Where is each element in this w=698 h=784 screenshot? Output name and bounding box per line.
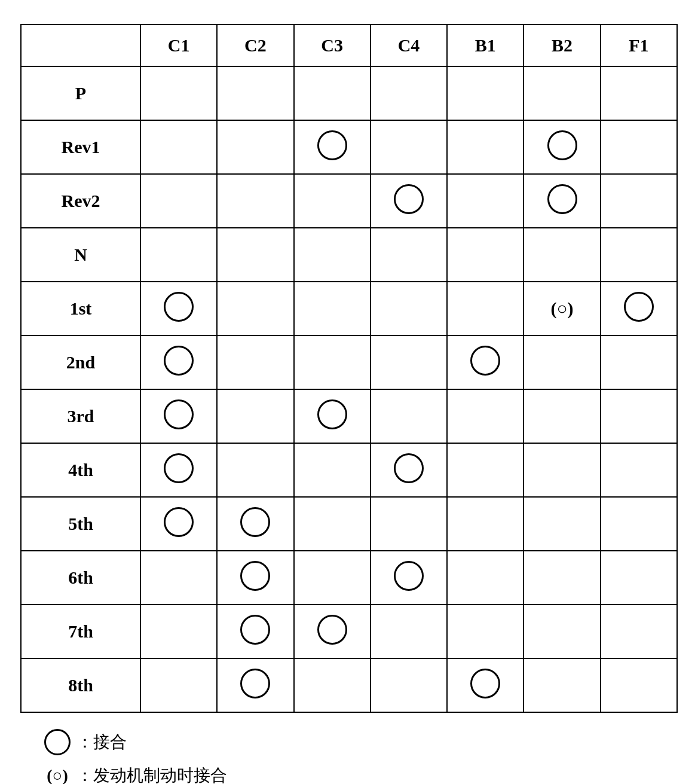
circle-icon [317,130,347,160]
cell-2nd-col5 [524,335,600,389]
cell-2nd-col0 [140,335,217,389]
cell-7th-col3 [371,605,447,658]
circle-icon [547,130,577,160]
gear-table: C1 C2 C3 C4 B1 B2 F1 PRev1Rev2N1st(○)2nd… [20,24,678,713]
cell-rev2-col5 [524,174,600,228]
circle-icon [240,507,270,537]
row-label-2nd: 2nd [21,335,140,389]
cell-3rd-col6 [601,389,677,443]
cell-rev1-col3 [371,120,447,174]
cell-3rd-col3 [371,389,447,443]
cell-7th-col2 [294,605,371,658]
cell-6th-col1 [217,551,293,605]
cell-5th-col3 [371,497,447,551]
cell-2nd-col2 [294,335,371,389]
row-label-8th: 8th [21,658,140,712]
circle-icon [394,184,424,214]
paren-circle-icon: (○) [550,298,573,319]
cell-5th-col2 [294,497,371,551]
cell-4th-col0 [140,443,217,497]
cell-rev2-col6 [601,174,677,228]
cell-8th-col1 [217,658,293,712]
cell-rev1-col5 [524,120,600,174]
cell-p-col0 [140,66,217,120]
cell-rev2-col0 [140,174,217,228]
header-c3: C3 [294,25,371,66]
header-b1: B1 [447,25,524,66]
cell-8th-col3 [371,658,447,712]
cell-7th-col4 [447,605,524,658]
cell-n-col1 [217,228,293,282]
cell-6th-col3 [371,551,447,605]
cell-7th-col5 [524,605,600,658]
cell-rev2-col1 [217,174,293,228]
cell-rev1-col2 [294,120,371,174]
cell-p-col1 [217,66,293,120]
row-label-3rd: 3rd [21,389,140,443]
table-row: Rev2 [21,174,677,228]
cell-7th-col1 [217,605,293,658]
cell-6th-col2 [294,551,371,605]
circle-icon [317,399,347,429]
cell-3rd-col0 [140,389,217,443]
table-row: Rev1 [21,120,677,174]
header-b2: B2 [524,25,600,66]
cell-1st-col3 [371,282,447,335]
cell-n-col4 [447,228,524,282]
cell-4th-col1 [217,443,293,497]
cell-5th-col1 [217,497,293,551]
cell-3rd-col1 [217,389,293,443]
cell-n-col5 [524,228,600,282]
table-row: 2nd [21,335,677,389]
cell-p-col6 [601,66,677,120]
circle-icon [240,669,270,698]
row-label-p: P [21,66,140,120]
cell-1st-col0 [140,282,217,335]
circle-icon [164,453,194,483]
cell-4th-col5 [524,443,600,497]
cell-1st-col1 [217,282,293,335]
cell-p-col5 [524,66,600,120]
row-label-rev1: Rev1 [21,120,140,174]
cell-rev2-col2 [294,174,371,228]
circle-icon [164,346,194,376]
row-label-n: N [21,228,140,282]
cell-7th-col6 [601,605,677,658]
table-row: N [21,228,677,282]
cell-4th-col4 [447,443,524,497]
cell-4th-col6 [601,443,677,497]
cell-1st-col6 [601,282,677,335]
cell-rev2-col4 [447,174,524,228]
cell-6th-col6 [601,551,677,605]
legend-circle-icon [44,729,71,755]
cell-3rd-col2 [294,389,371,443]
cell-8th-col5 [524,658,600,712]
cell-2nd-col3 [371,335,447,389]
cell-1st-col2 [294,282,371,335]
legend-item-1: ：接合 [44,727,678,757]
row-label-4th: 4th [21,443,140,497]
circle-icon [240,615,270,645]
circle-icon [394,561,424,591]
legend-item-2: (○) ：发动机制动时接合 [44,761,678,784]
cell-5th-col5 [524,497,600,551]
cell-8th-col6 [601,658,677,712]
main-table-wrapper: C1 C2 C3 C4 B1 B2 F1 PRev1Rev2N1st(○)2nd… [20,24,678,784]
circle-icon [470,346,500,376]
table-row: 7th [21,605,677,658]
cell-n-col3 [371,228,447,282]
circle-icon [317,615,347,645]
header-empty [21,25,140,66]
cell-n-col2 [294,228,371,282]
row-label-1st: 1st [21,282,140,335]
cell-6th-col5 [524,551,600,605]
circle-icon [164,399,194,429]
legend: ：接合 (○) ：发动机制动时接合 [44,727,678,784]
circle-icon [164,507,194,537]
cell-4th-col2 [294,443,371,497]
header-c1: C1 [140,25,217,66]
cell-rev1-col0 [140,120,217,174]
cell-5th-col0 [140,497,217,551]
cell-p-col2 [294,66,371,120]
cell-8th-col4 [447,658,524,712]
